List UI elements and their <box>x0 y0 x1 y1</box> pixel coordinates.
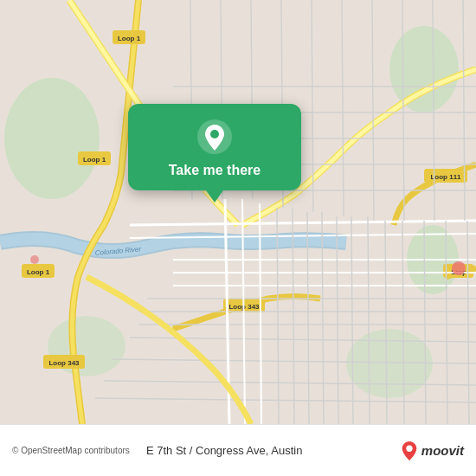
location-pin-icon <box>196 118 234 156</box>
map-background: Colorado River Loop 1 Loop 1 Loop 1 Loop… <box>0 0 476 424</box>
take-me-there-button[interactable]: Take me there <box>169 163 261 178</box>
svg-text:Loop 1: Loop 1 <box>27 268 50 276</box>
svg-point-5 <box>346 329 433 398</box>
svg-point-64 <box>30 255 39 264</box>
moovit-label: moovit <box>421 443 464 458</box>
svg-point-1 <box>4 78 100 199</box>
location-label: E 7th St / Congress Ave, Austin <box>146 444 401 457</box>
svg-point-2 <box>389 26 459 113</box>
bottom-bar: © OpenStreetMap contributors E 7th St / … <box>0 424 476 476</box>
svg-text:Loop 343: Loop 343 <box>48 359 80 367</box>
svg-point-67 <box>406 445 412 451</box>
svg-point-66 <box>210 130 219 138</box>
copyright-text: © OpenStreetMap contributors <box>12 446 139 455</box>
svg-text:Loop 111: Loop 111 <box>430 173 461 181</box>
svg-point-63 <box>452 261 466 275</box>
svg-text:Loop 1: Loop 1 <box>83 156 106 164</box>
moovit-logo: moovit <box>401 441 464 461</box>
map-container: Colorado River Loop 1 Loop 1 Loop 1 Loop… <box>0 0 476 424</box>
popup-card[interactable]: Take me there <box>128 104 301 190</box>
svg-text:Loop 1: Loop 1 <box>118 35 141 42</box>
moovit-pin-icon <box>401 441 418 461</box>
